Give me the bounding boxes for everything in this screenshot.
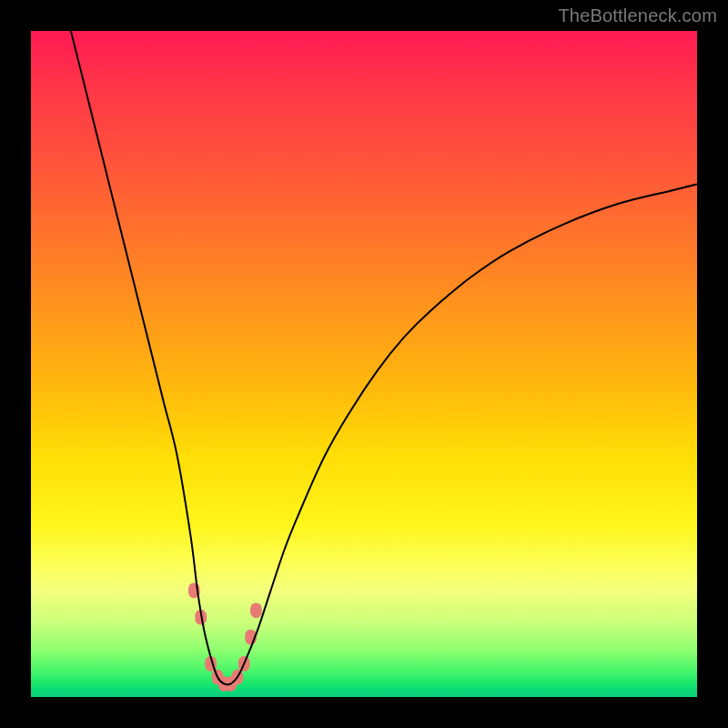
plot-area [31,31,697,697]
bottleneck-curve [71,31,697,684]
chart-container: TheBottleneck.com [0,0,728,728]
watermark-text: TheBottleneck.com [558,5,717,26]
optimal-marker [250,602,262,618]
curve-svg [31,31,697,697]
